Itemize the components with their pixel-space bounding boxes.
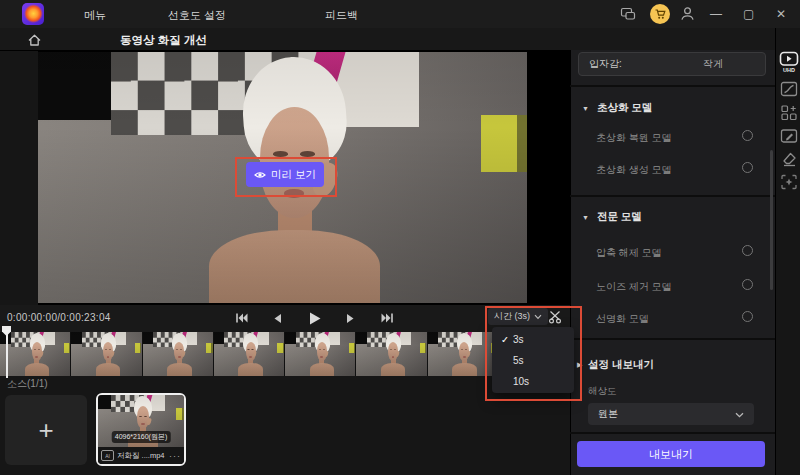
- resolution-value: 원본: [598, 407, 618, 421]
- chevron-down-icon: ▼: [582, 105, 589, 112]
- filmstrip-frame[interactable]: [214, 332, 284, 376]
- divider: [570, 195, 775, 197]
- duration-option-10s[interactable]: 10s: [492, 371, 574, 392]
- skip-start-icon[interactable]: [230, 307, 252, 329]
- menu-button[interactable]: 메뉴: [84, 8, 106, 23]
- grain-value: 작게: [703, 57, 723, 71]
- minimize-button[interactable]: —: [710, 7, 722, 21]
- section-professional-model[interactable]: ▼ 전문 모델: [582, 210, 642, 224]
- eye-icon: [254, 170, 266, 180]
- grain-label: 입자감:: [589, 57, 622, 71]
- curve-adjust-icon[interactable]: [779, 78, 799, 100]
- filmstrip-frame[interactable]: [428, 332, 498, 376]
- skip-end-icon[interactable]: [376, 307, 398, 329]
- filmstrip[interactable]: [0, 332, 570, 376]
- scissors-icon[interactable]: [546, 308, 564, 325]
- radio-sharpen[interactable]: [742, 311, 753, 322]
- duration-dropdown-button[interactable]: 시간 (3s): [488, 308, 548, 325]
- preview-button[interactable]: 미리 보기: [246, 162, 324, 187]
- model-option-label: 선명화 모델: [596, 312, 649, 326]
- source-count-label: 소스(1/1): [7, 377, 48, 391]
- preferences-button[interactable]: 선호도 설정: [168, 8, 226, 23]
- ai-tag-icon: AI: [101, 450, 114, 461]
- check-icon: ✓: [501, 334, 513, 345]
- app-window: 메뉴 선호도 설정 피드백 — ▢ ✕ 동영상 화질 개선 미리 보기 0:00…: [0, 0, 800, 475]
- duration-label: 시간 (3s): [494, 310, 530, 323]
- radio-decompress[interactable]: [742, 245, 753, 256]
- device-switch-icon[interactable]: [620, 7, 636, 25]
- model-option-label: 노이즈 제거 모델: [596, 280, 672, 294]
- option-label: 10s: [513, 376, 529, 387]
- radio-portrait-restore[interactable]: [742, 130, 753, 141]
- model-option-label: 압축 해제 모델: [596, 246, 662, 260]
- clip-info-bar: AI 저화질 ....mp4 ···: [98, 447, 184, 464]
- cart-icon: [654, 8, 666, 20]
- playback-controls: [230, 306, 398, 330]
- section-portrait-model[interactable]: ▼ 초상화 모델: [582, 101, 652, 115]
- duration-option-5s[interactable]: 5s: [492, 350, 574, 371]
- model-option-label: 초상화 생성 모델: [596, 163, 672, 177]
- add-source-button[interactable]: +: [5, 395, 87, 465]
- divider: [570, 85, 775, 87]
- app-logo-icon: [22, 3, 44, 25]
- filmstrip-frame[interactable]: [71, 332, 141, 376]
- radio-denoise[interactable]: [742, 279, 753, 290]
- option-label: 3s: [513, 334, 524, 345]
- maximize-button[interactable]: ▢: [743, 7, 754, 21]
- model-option-label: 초상화 복원 모델: [596, 131, 672, 145]
- export-button[interactable]: 내보내기: [577, 441, 765, 467]
- clip-filename: 저화질 ....mp4: [117, 451, 166, 461]
- preview-button-label: 미리 보기: [271, 168, 316, 182]
- feedback-button[interactable]: 피드백: [325, 8, 358, 23]
- resolution-badge: 4096*2160(원본): [112, 431, 171, 443]
- filmstrip-frame[interactable]: [0, 332, 70, 376]
- title-bar: 메뉴 선호도 설정 피드백 — ▢ ✕: [0, 0, 800, 29]
- filmstrip-frame[interactable]: [356, 332, 426, 376]
- source-clip-card[interactable]: 4096*2160(원본) AI 저화질 ....mp4 ···: [96, 393, 186, 466]
- section-title: 전문 모델: [597, 210, 642, 224]
- duration-option-3s[interactable]: ✓ 3s: [492, 329, 574, 350]
- timecode: 0:00:00:00/0:00:23:04: [7, 312, 111, 323]
- page-title: 동영상 화질 개선: [120, 33, 207, 48]
- filmstrip-frame[interactable]: [143, 332, 213, 376]
- step-back-icon[interactable]: [267, 307, 289, 329]
- playhead[interactable]: [6, 330, 8, 378]
- collapse-arrow-icon[interactable]: ▶: [577, 361, 582, 369]
- section-title: 초상화 모델: [597, 101, 652, 115]
- edit-pencil-icon[interactable]: [779, 125, 799, 147]
- option-label: 5s: [513, 355, 524, 366]
- more-options-button[interactable]: ···: [169, 451, 181, 461]
- grain-setting-row[interactable]: 입자감: 작게: [578, 52, 766, 76]
- svg-text:UHD: UHD: [783, 67, 795, 73]
- filmstrip-frame[interactable]: [285, 332, 355, 376]
- ai-select-icon[interactable]: [779, 171, 799, 193]
- export-settings-title: 설정 내보내기: [588, 358, 654, 372]
- close-button[interactable]: ✕: [776, 7, 786, 21]
- divider: [570, 338, 775, 340]
- account-icon[interactable]: [679, 5, 696, 26]
- duration-dropdown-menu: ✓ 3s 5s 10s: [492, 327, 574, 393]
- chevron-down-icon: ▼: [582, 214, 589, 221]
- resolution-label: 해상도: [588, 385, 617, 398]
- resolution-select[interactable]: 원본: [588, 403, 754, 425]
- chevron-down-icon: [534, 314, 542, 320]
- plus-icon: +: [38, 415, 53, 446]
- export-button-label: 내보내기: [649, 447, 693, 462]
- sidebar-scrollbar[interactable]: [770, 150, 773, 290]
- home-icon[interactable]: [27, 33, 42, 51]
- divider: [570, 432, 775, 434]
- video-enhance-uhd-icon[interactable]: UHD: [779, 50, 799, 74]
- radio-portrait-generate[interactable]: [742, 162, 753, 173]
- chevron-down-icon: [735, 409, 744, 420]
- store-button[interactable]: [650, 4, 670, 24]
- step-forward-icon[interactable]: [340, 307, 362, 329]
- eraser-icon[interactable]: [779, 148, 799, 170]
- play-icon[interactable]: [303, 307, 325, 329]
- frame-interpolation-icon[interactable]: [779, 102, 799, 124]
